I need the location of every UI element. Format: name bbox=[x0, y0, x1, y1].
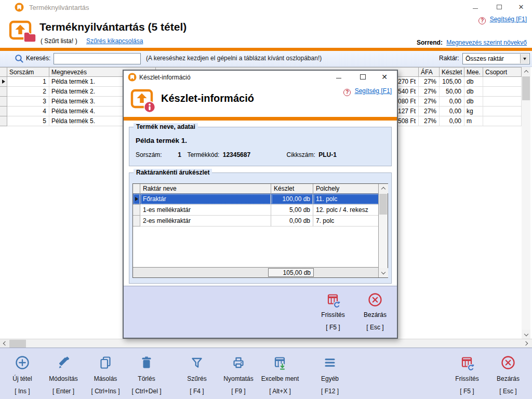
filter-button[interactable]: Szűrés [ F4 ] bbox=[175, 348, 219, 399]
delete-button[interactable]: Törlés [ Ctrl+Del ] bbox=[125, 348, 168, 399]
close-circle-icon bbox=[500, 354, 516, 371]
col-sorszam[interactable]: Sorszám bbox=[7, 67, 49, 77]
sort-label: Sorrend: bbox=[417, 39, 443, 46]
warehouse-value: Összes raktár bbox=[466, 55, 504, 62]
refresh-table-icon bbox=[325, 291, 341, 308]
scroll-down-icon[interactable] bbox=[522, 330, 530, 339]
stock-info-dialog: Készlet-információ ✕ ? Segítség [F1] Kés… bbox=[123, 70, 398, 339]
scroll-up-icon[interactable] bbox=[522, 67, 530, 76]
cikkszam-value: PLU-1 bbox=[318, 151, 337, 158]
help-icon: ? bbox=[478, 17, 486, 24]
help-link[interactable]: Segítség [F1] bbox=[490, 16, 527, 23]
col-afa[interactable]: ÁFA bbox=[419, 67, 440, 77]
export-excel-button[interactable]: Excelbe ment [ Alt+X ] bbox=[258, 348, 302, 399]
warehouse-select[interactable]: Összes raktár bbox=[462, 53, 530, 64]
refresh-table-icon bbox=[459, 354, 475, 371]
stock-scrollbar[interactable] bbox=[378, 184, 388, 277]
dialog-title: Készlet-információ bbox=[139, 74, 191, 81]
copy-button[interactable]: Másolás [ Ctrl+Ins ] bbox=[84, 348, 127, 399]
col-keszlet[interactable]: Készlet bbox=[271, 184, 313, 194]
dialog-close-button[interactable]: Bezárás [ Esc ] bbox=[356, 286, 394, 338]
stock-total-bar: 105,00 db bbox=[133, 267, 378, 277]
trash-icon bbox=[138, 354, 155, 371]
col-keszlet[interactable]: Készlet bbox=[440, 67, 464, 77]
product-info-group: Termék neve, adatai Példa termék 1. Sors… bbox=[129, 127, 392, 166]
maximize-icon[interactable] bbox=[354, 72, 371, 83]
vertical-scrollbar[interactable] bbox=[522, 67, 530, 339]
filter-off-link[interactable]: Szűrés kikapcsolása bbox=[86, 37, 143, 45]
print-button[interactable]: Nyomtatás [ F9 ] bbox=[217, 348, 260, 399]
window-title: Terméknyilvántartás bbox=[29, 4, 89, 11]
row-pointer-icon bbox=[0, 77, 7, 87]
sort-link[interactable]: Megnevezés szerint növekvő bbox=[446, 39, 527, 46]
cikkszam-label: Cikkszám: bbox=[286, 151, 315, 158]
search-bar: Keresés: (A kereséshez kezdjen el gépeln… bbox=[0, 51, 532, 67]
accent-bar bbox=[124, 117, 397, 121]
chevron-down-icon[interactable] bbox=[520, 54, 529, 63]
funnel-icon bbox=[189, 354, 205, 371]
sorszam-value: 1 bbox=[164, 151, 181, 158]
new-item-button[interactable]: Új tétel [ Ins ] bbox=[1, 348, 44, 399]
maximize-icon[interactable] bbox=[490, 2, 508, 12]
filtered-note: ( Szűrt lista! ) bbox=[41, 37, 77, 45]
edit-button[interactable]: Módosítás [ Enter ] bbox=[42, 348, 85, 399]
scroll-left-icon[interactable] bbox=[0, 339, 9, 348]
copy-icon bbox=[97, 354, 114, 371]
scroll-up-icon[interactable] bbox=[379, 184, 388, 193]
search-label: Keresés: bbox=[26, 55, 50, 62]
scroll-right-icon[interactable] bbox=[522, 339, 530, 348]
minimize-icon[interactable] bbox=[467, 2, 484, 12]
refresh-button[interactable]: Frissítés [ F5 ] bbox=[445, 348, 489, 399]
close-app-button[interactable]: Bezárás [ Esc ] bbox=[486, 348, 530, 399]
plus-circle-icon bbox=[14, 354, 31, 371]
more-button[interactable]: Egyéb [ F12 ] bbox=[308, 348, 352, 399]
row-pointer-icon bbox=[133, 194, 140, 205]
app-icon bbox=[15, 3, 24, 12]
stock-table-header: Raktár neve Készlet Polchely bbox=[133, 184, 388, 194]
folder-badge-icon bbox=[23, 31, 37, 43]
search-input[interactable] bbox=[54, 53, 141, 64]
stock-table: Raktár neve Készlet Polchely Főraktár 10… bbox=[132, 183, 388, 278]
col-mee[interactable]: Mee. bbox=[464, 67, 483, 77]
search-hint: (A kereséshez kezdjen el gépelni a táblá… bbox=[146, 55, 322, 62]
dialog-help-link[interactable]: Segítség [F1] bbox=[355, 87, 392, 95]
col-raktar-neve[interactable]: Raktár neve bbox=[140, 184, 271, 194]
vscroll-thumb[interactable] bbox=[379, 194, 387, 215]
dialog-refresh-button[interactable]: Frissítés [ F5 ] bbox=[314, 286, 352, 338]
stock-total: 105,00 db bbox=[268, 268, 314, 277]
pencil-icon bbox=[55, 354, 72, 371]
page-title: Terméknyilvántartás (5 tétel) bbox=[39, 21, 187, 33]
menu-icon bbox=[322, 354, 338, 371]
col-csoport[interactable]: Csoport bbox=[483, 67, 522, 77]
app-window: Terméknyilvántartás ✕ Terméknyilvántartá… bbox=[0, 0, 532, 399]
help-icon: ? bbox=[343, 89, 351, 96]
dialog-footer: Frissítés [ F5 ] Bezárás [ Esc ] bbox=[124, 286, 397, 338]
selector-header-cell bbox=[0, 67, 7, 77]
vscroll-thumb[interactable] bbox=[522, 76, 530, 100]
excel-export-icon bbox=[272, 354, 288, 371]
group-title: Termék neve, adatai bbox=[134, 123, 198, 130]
scroll-down-icon[interactable] bbox=[379, 268, 388, 277]
sorszam-label: Sorszám: bbox=[136, 151, 162, 158]
stock-row[interactable]: 2-es mellékraktár 0,00 db 7. polc bbox=[133, 216, 388, 227]
minimize-icon[interactable] bbox=[330, 72, 347, 83]
horizontal-scrollbar[interactable] bbox=[0, 339, 532, 348]
bottom-toolbar: Új tétel [ Ins ] Módosítás [ Enter ] Más… bbox=[0, 348, 532, 399]
col-polchely[interactable]: Polchely bbox=[313, 184, 379, 194]
app-icon bbox=[128, 73, 137, 82]
close-icon[interactable]: ✕ bbox=[376, 72, 393, 83]
close-circle-icon bbox=[367, 291, 383, 308]
search-icon bbox=[15, 54, 24, 63]
stock-row[interactable]: 1-es mellékraktár 5,00 db 12. polc / 4. … bbox=[133, 205, 388, 216]
window-titlebar: Terméknyilvántartás ✕ bbox=[0, 0, 532, 15]
termekkod-value: 12345687 bbox=[223, 151, 250, 158]
info-badge-icon bbox=[143, 101, 156, 113]
stock-row[interactable]: Főraktár 100,00 db 11. polc bbox=[133, 194, 388, 205]
dialog-titlebar: Készlet-információ ✕ bbox=[124, 71, 397, 84]
dialog-heading: Készlet-információ bbox=[161, 92, 254, 104]
group-title: Raktárankénti árukészlet bbox=[134, 169, 212, 176]
hscroll-thumb[interactable] bbox=[9, 340, 26, 348]
termekkod-label: Termékkód: bbox=[187, 151, 219, 158]
close-icon[interactable]: ✕ bbox=[512, 2, 530, 12]
product-name: Példa termék 1. bbox=[136, 137, 187, 144]
